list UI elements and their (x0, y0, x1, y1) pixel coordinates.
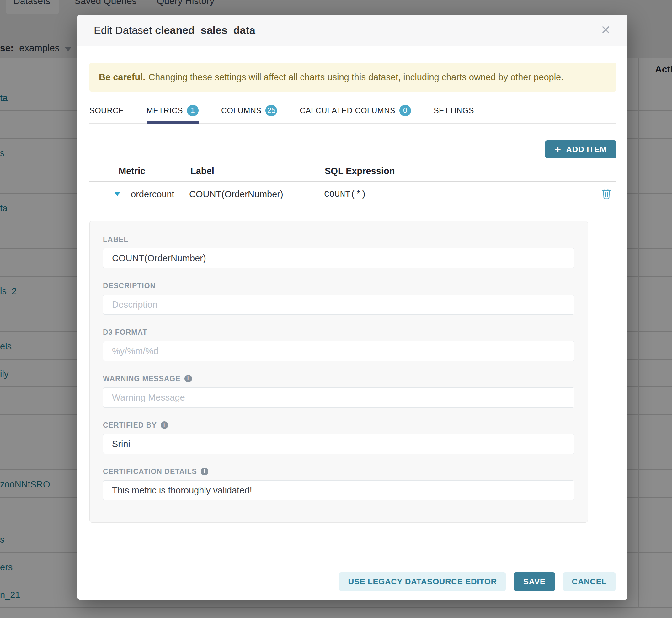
warning-message-input[interactable] (103, 388, 574, 408)
tab-metrics[interactable]: METRICS 1 (147, 105, 199, 123)
screen: Datasets Saved Queries Query History se:… (0, 0, 672, 618)
close-icon (600, 24, 611, 36)
warning-banner-text: Changing these settings will affect all … (149, 72, 563, 83)
field-d3-format: D3 FORMAT (103, 328, 574, 361)
certified-by-input[interactable] (103, 434, 574, 454)
metric-label-cell: COUNT(OrderNumber) (189, 189, 283, 200)
field-description-caption: DESCRIPTION (103, 281, 574, 290)
tab-settings-label: SETTINGS (434, 106, 474, 115)
modal-tabs: SOURCE METRICS 1 COLUMNS 25 CALCULATED C… (89, 105, 616, 124)
label-text: DESCRIPTION (103, 282, 156, 290)
close-button[interactable] (600, 24, 611, 36)
metrics-count-badge: 1 (187, 105, 199, 116)
tab-source[interactable]: SOURCE (89, 105, 124, 123)
modal-title: Edit Datasetcleaned_sales_data (94, 24, 255, 36)
columns-count-badge: 25 (265, 105, 277, 116)
cancel-button[interactable]: CANCEL (563, 572, 615, 591)
tab-calculated-columns-label: CALCULATED COLUMNS (300, 106, 395, 115)
label-text: D3 FORMAT (103, 328, 147, 337)
info-icon: i (201, 468, 208, 475)
modal-title-dataset-name: cleaned_sales_data (155, 24, 255, 36)
modal-body: Be careful. Changing these settings will… (78, 63, 628, 523)
field-certified-by: CERTIFIED BY i (103, 421, 574, 454)
tab-source-label: SOURCE (89, 106, 124, 115)
info-icon: i (184, 375, 192, 383)
tab-columns-label: COLUMNS (221, 106, 262, 115)
add-item-row: + ADD ITEM (89, 140, 616, 159)
add-item-button[interactable]: + ADD ITEM (545, 140, 616, 159)
metric-row-ordercount: ordercount COUNT(OrderNumber) COUNT(*) (89, 182, 616, 206)
trash-icon (601, 188, 612, 201)
tab-settings[interactable]: SETTINGS (434, 105, 474, 123)
column-header-metric: Metric (119, 166, 145, 176)
add-item-label: ADD ITEM (566, 144, 607, 154)
edit-dataset-modal: Edit Datasetcleaned_sales_data Be carefu… (78, 15, 628, 600)
field-label-caption: LABEL (103, 235, 574, 244)
save-button[interactable]: SAVE (514, 572, 555, 591)
field-certification-details: CERTIFICATION DETAILS i (103, 467, 574, 500)
field-certified-by-caption: CERTIFIED BY i (103, 421, 574, 429)
expand-caret-icon[interactable] (114, 192, 120, 196)
certification-details-input[interactable] (103, 480, 574, 500)
description-input[interactable] (103, 295, 574, 315)
column-header-sql-expression: SQL Expression (325, 166, 395, 176)
d3-format-input[interactable] (103, 341, 574, 361)
info-icon: i (161, 421, 168, 429)
metric-sql-cell: COUNT(*) (324, 190, 366, 199)
column-header-label: Label (190, 166, 214, 176)
label-text: CERTIFICATION DETAILS (103, 468, 197, 476)
label-input[interactable] (103, 248, 574, 268)
field-description: DESCRIPTION (103, 281, 574, 315)
tab-columns[interactable]: COLUMNS 25 (221, 105, 277, 123)
tab-calculated-columns[interactable]: CALCULATED COLUMNS 0 (300, 105, 411, 123)
field-d3-format-caption: D3 FORMAT (103, 328, 574, 337)
modal-header: Edit Datasetcleaned_sales_data (78, 15, 628, 46)
field-warning-message-caption: WARNING MESSAGE i (103, 374, 574, 383)
delete-metric-button[interactable] (601, 188, 612, 201)
label-text: WARNING MESSAGE (103, 375, 181, 383)
label-text: LABEL (103, 235, 129, 244)
metrics-table-header: Metric Label SQL Expression (89, 163, 616, 182)
modal-footer: USE LEGACY DATASOURCE EDITOR SAVE CANCEL (78, 563, 628, 600)
calculated-columns-count-badge: 0 (399, 105, 411, 116)
warning-banner: Be careful. Changing these settings will… (89, 63, 616, 92)
tab-metrics-label: METRICS (147, 106, 183, 115)
use-legacy-datasource-editor-button[interactable]: USE LEGACY DATASOURCE EDITOR (339, 572, 505, 591)
metric-name-cell: ordercount (131, 189, 174, 200)
field-warning-message: WARNING MESSAGE i (103, 374, 574, 408)
field-certification-details-caption: CERTIFICATION DETAILS i (103, 467, 574, 476)
field-label: LABEL (103, 235, 574, 268)
warning-banner-bold: Be careful. (99, 72, 145, 83)
metric-detail-panel: LABEL DESCRIPTION D3 FORMAT (89, 221, 588, 523)
label-text: CERTIFIED BY (103, 421, 157, 429)
modal-title-prefix: Edit Dataset (94, 24, 152, 36)
